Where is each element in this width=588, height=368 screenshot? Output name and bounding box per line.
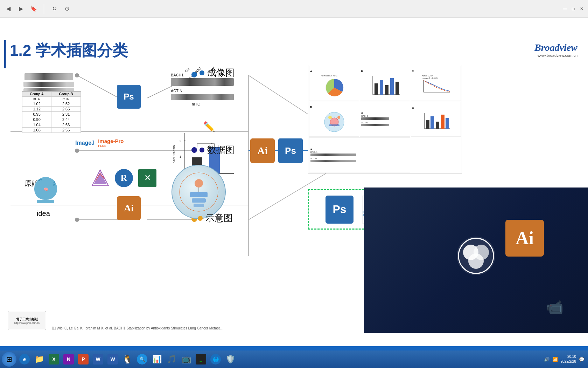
taskbar-word1[interactable]: W	[91, 352, 105, 366]
ai-large-label: Ai	[516, 228, 534, 248]
svg-rect-40	[190, 192, 208, 197]
label-idea: idea	[37, 210, 50, 218]
panel-c-svg: Human LUAD Log rank P = 0.0085	[420, 73, 451, 97]
taskbar-browser[interactable]: 🌐	[209, 352, 223, 366]
panel-e-bach1: BACH1	[361, 115, 368, 117]
complex-figure-panel: A mTN versus mTC B	[308, 65, 462, 173]
panel-c: C Human LUAD Log rank P = 0.0085	[411, 66, 461, 101]
svg-text:Human LUAD: Human LUAD	[422, 75, 433, 77]
table-row: 1.02	[22, 101, 51, 107]
ps-icon-dashed[interactable]: Ps	[326, 196, 354, 224]
taskbar-notification[interactable]: 💬	[579, 357, 584, 362]
table-row: 1.08	[22, 128, 51, 133]
taskbar-onenote[interactable]: N	[62, 352, 76, 366]
idea-icon: Cd²⁺ AB 🧠	[34, 177, 61, 205]
obs-panel: 📹	[364, 188, 588, 333]
taskbar: ⊞ e 📁 X N P W W 🐧	[0, 350, 588, 368]
ps-label-top: Ps	[124, 92, 134, 102]
broadview-brand: Broadview	[534, 42, 578, 53]
taskbar-ie[interactable]: e	[18, 352, 31, 366]
taskbar-security[interactable]: 🛡️	[223, 352, 237, 366]
figure-grid: A mTN versus mTC B	[308, 65, 462, 173]
svg-point-73	[468, 253, 484, 269]
close-button[interactable]: ✕	[579, 6, 584, 12]
schematic-diagram	[172, 165, 226, 219]
obs-logo-container	[453, 233, 499, 279]
taskbar-explorer[interactable]: 📁	[32, 352, 46, 366]
panel-e: E BACH1 ACTIN	[360, 102, 410, 137]
svg-rect-52	[396, 82, 399, 95]
svg-point-60	[337, 116, 340, 119]
dot-blue-shuju	[200, 148, 204, 152]
taskbar-network[interactable]: 📶	[552, 357, 558, 362]
forward-button[interactable]: ▶	[16, 4, 26, 14]
publisher-seal: 電子工業出版社 http://www.phei.com.cn	[8, 311, 46, 330]
photoshop-icon-top[interactable]: Ps	[117, 85, 141, 109]
taskbar-chart[interactable]: 📊	[150, 352, 164, 366]
table-row: 2.52	[51, 101, 81, 107]
panel-e-actin: ACTIN	[361, 122, 368, 124]
refresh-nav: ↻ ⊙	[49, 4, 72, 14]
table-row: 2.65	[51, 107, 81, 112]
taskbar-right: 🔊 📶 20:10 2022/2/28 💬	[544, 354, 587, 364]
image-pro-subtitle: PLUS	[98, 144, 124, 148]
table-subheader-mtn: mTN	[51, 97, 81, 101]
ps-icon-right[interactable]: Ps	[278, 138, 303, 163]
broadview-logo: Broadview www.broadview.com.cn	[534, 42, 578, 57]
publisher-url: http://www.phei.com.cn	[14, 322, 40, 324]
title-bar: ◀ ▶ 🔖 ↻ ⊙ — □ ✕	[0, 0, 588, 18]
taskbar-terminal[interactable]: _	[194, 352, 208, 366]
svg-rect-65	[430, 116, 434, 129]
panel-g: G	[411, 102, 461, 137]
label-shujutu: 数据图	[200, 144, 234, 156]
taskbar-volume[interactable]: 🔊	[544, 357, 550, 362]
excel-label: ✕	[144, 173, 150, 183]
svg-text:BACH1/ACTIN: BACH1/ACTIN	[173, 145, 176, 163]
matlab-svg	[90, 168, 110, 188]
slide-title: 1.2 学术插图分类	[10, 40, 128, 61]
taskbar-music[interactable]: 🎵	[164, 352, 178, 366]
ai-icon-right[interactable]: Ai	[250, 138, 275, 163]
refresh-button[interactable]: ↻	[49, 4, 59, 14]
shujutu-text: 数据图	[207, 144, 234, 156]
broadview-url: www.broadview.com.cn	[534, 53, 578, 57]
wb-bach1-band	[171, 78, 234, 86]
bottom-tools-row: R ✕	[90, 168, 156, 188]
ps-label-dashed: Ps	[332, 203, 346, 216]
table-row: 2.66	[51, 122, 81, 128]
bookmark-button[interactable]: 🔖	[29, 4, 38, 14]
taskbar-search[interactable]: 🔍	[135, 352, 149, 366]
taskbar-word2[interactable]: W	[106, 352, 120, 366]
stop-button[interactable]: ⊙	[62, 4, 72, 14]
table-row: 1.12	[22, 107, 51, 112]
image-pro-label: Image-Pro	[98, 138, 124, 144]
title-accent-bar	[4, 40, 6, 68]
table-row: 2.44	[51, 117, 81, 122]
minimize-button[interactable]: —	[562, 6, 568, 12]
svg-line-3	[77, 75, 119, 98]
taskbar-penguin[interactable]: 🐧	[120, 352, 134, 366]
svg-rect-51	[390, 78, 394, 95]
taskbar-apps: e 📁 X N P W W 🐧 🔍	[18, 352, 237, 366]
slide-bottom-bar	[0, 346, 588, 350]
taskbar-time: 20:10	[561, 354, 576, 359]
excel-icon[interactable]: ✕	[138, 169, 156, 187]
taskbar-ppt[interactable]: P	[76, 352, 90, 366]
panel-a-svg: mTN versus mTC	[320, 73, 348, 97]
ai-label-right: Ai	[257, 145, 268, 157]
ai-icon-left[interactable]: Ai	[117, 196, 141, 220]
svg-text:mTN versus mTC: mTN versus mTC	[321, 75, 338, 77]
start-button[interactable]: ⊞	[2, 352, 16, 367]
back-button[interactable]: ◀	[4, 4, 13, 14]
panel-d-svg	[320, 109, 348, 133]
image-pro-logo: Image-Pro PLUS	[98, 138, 124, 148]
obs-camera-icon: 📹	[546, 299, 564, 315]
maximize-button[interactable]: □	[570, 6, 576, 12]
svg-point-12	[75, 218, 79, 222]
taskbar-video[interactable]: 📺	[179, 352, 193, 366]
r-icon[interactable]: R	[115, 169, 133, 187]
taskbar-excel[interactable]: X	[47, 352, 61, 366]
svg-text:1: 1	[180, 155, 181, 158]
table-row: 0.90	[22, 117, 51, 122]
panel-b-svg	[369, 73, 401, 97]
